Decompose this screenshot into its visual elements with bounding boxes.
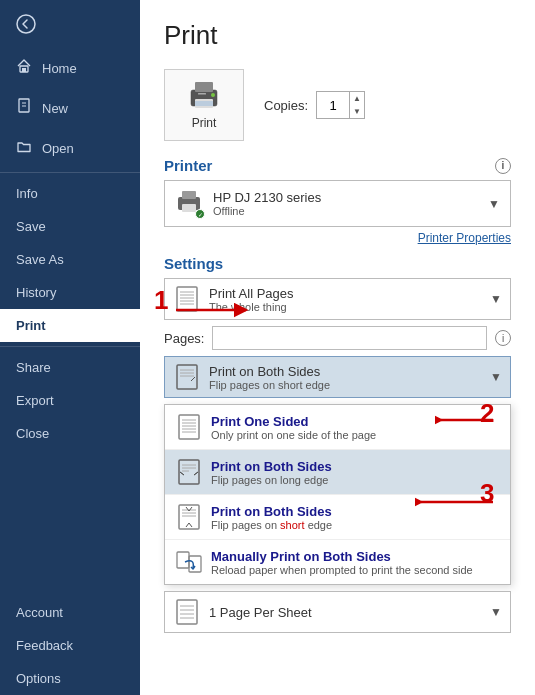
- back-button[interactable]: [0, 0, 140, 48]
- sidebar-item-share[interactable]: Share: [0, 351, 140, 384]
- sidebar-item-history[interactable]: History: [0, 276, 140, 309]
- print-range-dropdown[interactable]: Print All Pages The whole thing ▼: [164, 278, 511, 320]
- print-range-sub: The whole thing: [209, 301, 482, 313]
- printer-dropdown-arrow[interactable]: ▼: [488, 197, 500, 211]
- popup-manual[interactable]: Manually Print on Both Sides Reload pape…: [165, 540, 510, 584]
- both-short-text: Print on Both Sides Flip pages on short …: [211, 504, 332, 531]
- svg-rect-2: [22, 68, 26, 72]
- printer-row[interactable]: HP DJ 2130 series Offline ▼: [164, 180, 511, 227]
- svg-rect-14: [182, 204, 196, 212]
- short-highlight: short: [280, 519, 304, 531]
- new-icon: [16, 98, 32, 118]
- sidebar-item-new[interactable]: New: [0, 88, 140, 128]
- pages-per-sheet-text: 1 Page Per Sheet: [209, 605, 482, 620]
- svg-rect-31: [179, 460, 199, 484]
- duplex-dropdown[interactable]: Print on Both Sides Flip pages on short …: [164, 356, 511, 398]
- sidebar-item-close[interactable]: Close: [0, 417, 140, 450]
- duplex-text: Print on Both Sides Flip pages on short …: [209, 364, 482, 391]
- sidebar-item-save[interactable]: Save: [0, 210, 140, 243]
- printer-icon-wrap: [175, 189, 203, 218]
- sidebar-item-print[interactable]: Print: [0, 309, 140, 342]
- svg-point-10: [211, 93, 215, 97]
- svg-rect-7: [195, 82, 213, 92]
- popup-one-sided[interactable]: Print One Sided Only print on one side o…: [165, 405, 510, 450]
- print-range-icon: [173, 285, 201, 313]
- pages-label: Pages:: [164, 331, 204, 346]
- print-btn-label: Print: [192, 116, 217, 130]
- duplex-main: Print on Both Sides: [209, 364, 482, 379]
- copies-label: Copies:: [264, 98, 308, 113]
- print-range-caret: ▼: [490, 292, 502, 306]
- pages-info-icon[interactable]: i: [495, 330, 511, 346]
- main-content: Print Print Copies: ▲ ▼: [140, 0, 535, 695]
- both-long-icon: [175, 458, 203, 486]
- manual-icon: [175, 548, 203, 576]
- printer-name: HP DJ 2130 series: [213, 190, 478, 205]
- svg-rect-40: [189, 556, 201, 572]
- printer-properties-link[interactable]: Printer Properties: [164, 231, 511, 245]
- sidebar-item-account[interactable]: Account: [0, 596, 140, 629]
- duplex-icon: [173, 363, 201, 391]
- pages-per-sheet-icon: [173, 598, 201, 626]
- pages-per-sheet-dropdown[interactable]: 1 Page Per Sheet ▼: [164, 591, 511, 633]
- pages-per-sheet-caret: ▼: [490, 605, 502, 619]
- svg-rect-21: [177, 365, 197, 389]
- sidebar: Home New Open Info Save Save As History: [0, 0, 140, 695]
- sidebar-item-open[interactable]: Open: [0, 128, 140, 168]
- one-sided-icon: [175, 413, 203, 441]
- popup-both-long[interactable]: Print on Both Sides Flip pages on long e…: [165, 450, 510, 495]
- svg-point-0: [17, 15, 35, 33]
- both-long-text: Print on Both Sides Flip pages on long e…: [211, 459, 332, 486]
- divider-2: [0, 346, 140, 347]
- pages-input[interactable]: [212, 326, 487, 350]
- one-sided-text: Print One Sided Only print on one side o…: [211, 414, 376, 441]
- home-icon: [16, 58, 32, 78]
- copies-input[interactable]: [317, 95, 349, 116]
- svg-rect-25: [179, 415, 199, 439]
- print-range-main: Print All Pages: [209, 286, 482, 301]
- copies-spinner[interactable]: ▲ ▼: [316, 91, 365, 119]
- svg-rect-41: [177, 600, 197, 624]
- spinner-up[interactable]: ▲: [350, 92, 364, 105]
- printer-status: Offline: [213, 205, 478, 217]
- svg-rect-35: [179, 505, 199, 529]
- svg-rect-13: [182, 191, 196, 199]
- sidebar-item-home[interactable]: Home: [0, 48, 140, 88]
- open-icon: [16, 138, 32, 158]
- sidebar-item-feedback[interactable]: Feedback: [0, 629, 140, 662]
- sidebar-item-save-as[interactable]: Save As: [0, 243, 140, 276]
- sidebar-item-info[interactable]: Info: [0, 177, 140, 210]
- pages-per-sheet-main: 1 Page Per Sheet: [209, 605, 482, 620]
- printer-info-icon[interactable]: i: [495, 158, 511, 174]
- svg-rect-9: [195, 101, 213, 106]
- back-icon: [16, 14, 36, 34]
- print-button[interactable]: Print: [164, 69, 244, 141]
- svg-rect-15: [177, 287, 197, 311]
- spinner-down[interactable]: ▼: [350, 105, 364, 118]
- printer-section-title: Printer i: [164, 157, 511, 174]
- status-dot: [195, 209, 205, 219]
- duplex-caret: ▼: [490, 370, 502, 384]
- sidebar-item-options[interactable]: Options: [0, 662, 140, 695]
- sidebar-item-new-label: New: [42, 101, 68, 116]
- divider-1: [0, 172, 140, 173]
- settings-section-title: Settings: [164, 255, 511, 272]
- printer-info: HP DJ 2130 series Offline: [213, 190, 478, 217]
- duplex-popup: Print One Sided Only print on one side o…: [164, 404, 511, 585]
- sidebar-item-home-label: Home: [42, 61, 77, 76]
- sidebar-item-open-label: Open: [42, 141, 74, 156]
- svg-rect-39: [177, 552, 189, 568]
- print-button-area: Print Copies: ▲ ▼: [164, 69, 511, 141]
- sidebar-bottom: Account Feedback Options: [0, 596, 140, 695]
- both-short-icon: [175, 503, 203, 531]
- page-title: Print: [164, 20, 511, 51]
- copies-area: Copies: ▲ ▼: [264, 91, 365, 119]
- svg-rect-11: [198, 93, 206, 95]
- print-range-text: Print All Pages The whole thing: [209, 286, 482, 313]
- sidebar-item-export[interactable]: Export: [0, 384, 140, 417]
- popup-both-short[interactable]: Print on Both Sides Flip pages on short …: [165, 495, 510, 540]
- spinner-arrows: ▲ ▼: [349, 92, 364, 118]
- pages-row: Pages: i: [164, 326, 511, 350]
- manual-text: Manually Print on Both Sides Reload pape…: [211, 549, 473, 576]
- duplex-sub: Flip pages on short edge: [209, 379, 482, 391]
